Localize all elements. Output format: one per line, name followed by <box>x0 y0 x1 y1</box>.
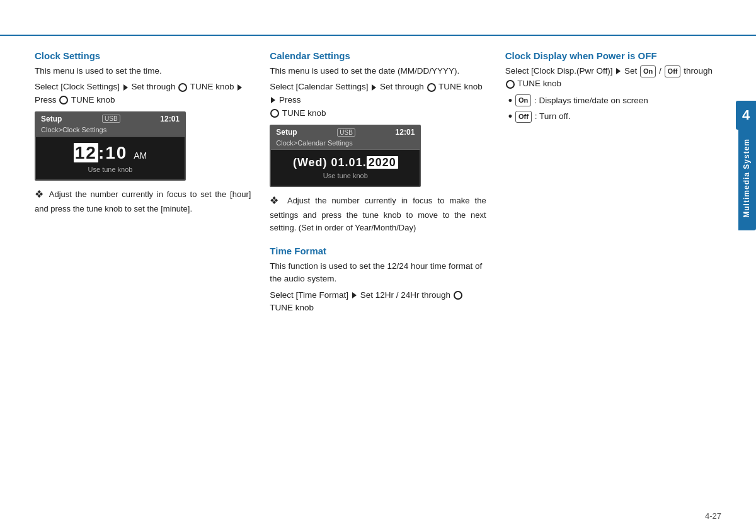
col-clock-settings: Clock Settings This menu is used to set … <box>35 44 263 501</box>
screen-breadcrumb-1: Clock>Clock Settings <box>36 125 185 137</box>
bullet-dot-2: • <box>508 110 512 124</box>
note-symbol-2: ❖ <box>270 195 287 206</box>
tune-knob-icon-cal-1 <box>427 83 436 92</box>
bullet-off-content: Off : Turn off. <box>515 110 570 123</box>
tune-knob-icon-tf <box>454 291 462 300</box>
screen-body-2: (Wed) 01.01.2020 Use tune knob <box>271 150 420 186</box>
time-format-title: Time Format <box>270 246 486 256</box>
screen-usb-badge-2: USB <box>337 128 355 137</box>
screen-header-1: Setup USB 12:01 <box>36 113 185 125</box>
col-calendar-settings: Calendar Settings This menu is used to s… <box>263 44 498 501</box>
bullet-dot-1: • <box>508 94 512 108</box>
badge-off: Off <box>665 65 681 77</box>
clock-settings-title: Clock Settings <box>35 50 251 61</box>
screen-setup-label-2: Setup <box>276 128 297 137</box>
time-format-section: Time Format This function is used to set… <box>270 246 486 314</box>
screen-header-time-2: 12:01 <box>396 128 415 137</box>
screen-usb-badge: USB <box>102 115 120 123</box>
screen-year: 2020 <box>367 156 398 169</box>
arrow-icon-cd <box>616 68 621 74</box>
calendar-settings-intro: This menu is used to set the date (MM/DD… <box>270 65 486 77</box>
clock-screen-mockup: Setup USB 12:01 Clock>Clock Settings 12:… <box>35 111 186 181</box>
bullet-item-off: • Off : Turn off. <box>508 110 721 124</box>
col-clock-display: Clock Display when Power is OFF Select [… <box>499 44 721 501</box>
main-content: Clock Settings This menu is used to set … <box>35 44 721 501</box>
chapter-number: 4 <box>742 107 750 123</box>
screen-body-1: 12:10 AM Use tune knob <box>36 137 185 179</box>
arrow-icon-cal-2 <box>271 97 275 103</box>
screen-time-display: 12:10 AM <box>41 143 180 163</box>
calendar-settings-instruction2: TUNE knob <box>270 107 486 120</box>
clock-display-instruction: Select [Clock Disp.(Pwr Off)] Set On / O… <box>505 65 721 91</box>
screen-setup-label: Setup <box>41 115 62 123</box>
screen-date-display: (Wed) 01.01.2020 <box>276 156 415 169</box>
screen-breadcrumb-2: Clock>Calendar Settings <box>271 139 420 150</box>
arrow-icon-tf <box>352 292 357 298</box>
badge-off-bullet: Off <box>515 111 532 123</box>
tune-knob-icon-cal-2 <box>270 109 279 118</box>
calendar-screen-mockup: Setup USB 12:01 Clock>Calendar Settings … <box>270 125 421 187</box>
calendar-settings-note: ❖ Adjust the number currently in focus t… <box>270 193 486 234</box>
clock-display-title: Clock Display when Power is OFF <box>505 50 721 61</box>
screen-header-time: 12:01 <box>160 115 180 123</box>
note-symbol-1: ❖ <box>35 189 49 200</box>
time-format-instruction: Select [Time Format] Set 12Hr / 24Hr thr… <box>270 289 486 315</box>
tune-knob-icon-cd <box>506 80 515 89</box>
calendar-settings-title: Calendar Settings <box>270 50 486 61</box>
screen-hint-2: Use tune knob <box>276 172 415 182</box>
arrow-icon <box>123 84 128 91</box>
bullet-on-content: On : Displays time/date on screen <box>515 94 648 108</box>
time-format-intro: This function is used to set the 12/24 h… <box>270 260 486 286</box>
badge-on-bullet: On <box>515 94 531 106</box>
page-number: 4-27 <box>705 511 721 521</box>
side-tab-label: Multimedia System <box>738 126 756 230</box>
screen-minutes: 10 <box>105 143 127 162</box>
calendar-settings-instruction: Select [Calendar Settings] Set through T… <box>270 81 486 106</box>
bullet-item-on: • On : Displays time/date on screen <box>508 94 721 108</box>
clock-settings-instruction: Select [Clock Settings] Set through TUNE… <box>35 81 251 106</box>
clock-settings-intro: This menu is used to set the time. <box>35 65 251 77</box>
tune-knob-icon-2 <box>59 96 68 105</box>
time-colon: : <box>98 143 105 162</box>
tune-knob-icon-1 <box>178 83 187 92</box>
screen-am-pm: AM <box>134 150 147 161</box>
arrow-icon-2 <box>238 84 242 91</box>
arrow-icon-cal-1 <box>372 84 376 91</box>
screen-header-2: Setup USB 12:01 <box>271 126 420 139</box>
badge-on: On <box>640 65 656 77</box>
top-divider <box>0 35 756 36</box>
clock-settings-note: ❖ Adjust the number currently in focus t… <box>35 187 251 215</box>
screen-hint-1: Use tune knob <box>41 166 180 176</box>
clock-display-bullets: • On : Displays time/date on screen • Of… <box>508 94 721 124</box>
screen-hour: 12 <box>74 143 98 162</box>
